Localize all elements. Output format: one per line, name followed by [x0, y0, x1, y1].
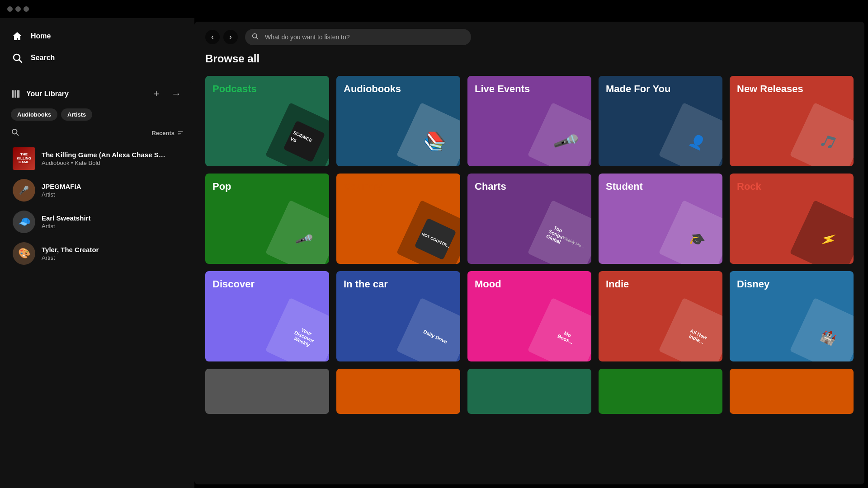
category-new-releases[interactable]: New Releases 🎵 — [730, 76, 854, 166]
category-extra-5[interactable] — [730, 369, 854, 414]
disney-art: 🏰 — [790, 298, 854, 361]
category-extra-1[interactable] — [205, 369, 329, 414]
browse-title: Browse all — [205, 52, 854, 65]
recents-label-text: Recents — [151, 130, 175, 136]
app-layout: Home Search — [0, 18, 868, 488]
tyler-sub: Artist — [42, 254, 182, 261]
svg-rect-3 — [14, 90, 16, 98]
title-bar — [0, 0, 868, 18]
killing-game-sub: Audiobook • Kate Bold — [42, 160, 182, 166]
jpegmafia-info: JPEGMAFIA Artist — [42, 183, 182, 198]
in-the-car-label: In the car — [344, 278, 388, 290]
category-audiobooks[interactable]: Audiobooks 📚 — [336, 76, 460, 166]
search-icon — [11, 52, 24, 64]
killing-game-info: The Killing Game (An Alexa Chase Suspens… — [42, 151, 182, 166]
category-rock[interactable]: Rock ⚡ — [730, 174, 854, 264]
category-disney[interactable]: Disney 🏰 — [730, 271, 854, 361]
library-item-earl[interactable]: 🧢 Earl Sweatshirt Artist — [11, 207, 184, 237]
category-extra-4[interactable] — [599, 369, 722, 414]
podcasts-label: Podcasts — [212, 83, 257, 95]
svg-rect-4 — [17, 90, 20, 98]
jpegmafia-name: JPEGMAFIA — [42, 183, 168, 190]
rock-label: Rock — [737, 181, 761, 192]
search-input-wrapper — [245, 29, 471, 45]
filter-audiobooks[interactable]: Audiobooks — [11, 108, 57, 121]
category-indie[interactable]: Indie All NewIndie... — [599, 271, 722, 361]
category-extra-3[interactable] — [467, 369, 591, 414]
killing-game-name: The Killing Game (An Alexa Chase Suspens… — [42, 151, 168, 159]
dot-maximize — [24, 6, 29, 12]
dot-close — [7, 6, 13, 12]
category-country[interactable]: Country HOT COUNTR... — [336, 174, 460, 264]
tyler-avatar: 🎨 — [13, 242, 35, 265]
pop-label: Pop — [212, 181, 231, 192]
library-label: Your Library — [26, 90, 69, 98]
category-live-events[interactable]: Live Events 🎤 — [467, 76, 591, 166]
home-icon — [11, 30, 24, 42]
recents-sort-button[interactable]: Recents — [151, 130, 184, 136]
indie-art: All NewIndie... — [659, 298, 722, 361]
earl-info: Earl Sweatshirt Artist — [42, 214, 182, 230]
category-student[interactable]: Student 🎓 — [599, 174, 722, 264]
category-charts[interactable]: Charts TopSongsGlobalWeekly Mu... — [467, 174, 591, 264]
search-input-icon — [251, 33, 259, 42]
svg-rect-2 — [12, 90, 14, 98]
jpegmafia-avatar: 🎤 — [13, 179, 35, 202]
jpegmafia-sub: Artist — [42, 191, 182, 198]
sidebar-item-search[interactable]: Search — [11, 47, 184, 69]
library-items: THEKILLINGGAME The Killing Game (An Alex… — [11, 144, 184, 268]
audiobooks-art: 📚 — [396, 103, 460, 166]
mood-art: MoBoos... — [528, 298, 591, 361]
in-the-car-art: Daily Drive — [396, 298, 460, 361]
category-discover[interactable]: Discover YourDiscoverWeekly — [205, 271, 329, 361]
dot-minimize — [15, 6, 21, 12]
category-mood[interactable]: Mood MoBoos... — [467, 271, 591, 361]
svg-rect-12 — [283, 120, 325, 162]
country-label: Country — [344, 181, 382, 192]
sidebar-nav: Home Search — [0, 18, 194, 76]
expand-library-button[interactable]: → — [169, 87, 184, 101]
library-item-jpegmafia[interactable]: 🎤 JPEGMAFIA Artist — [11, 175, 184, 205]
library-search-icon[interactable] — [11, 128, 19, 138]
svg-line-11 — [256, 38, 258, 39]
student-art: 🎓 — [659, 200, 722, 264]
search-input[interactable] — [245, 29, 471, 45]
category-pop[interactable]: Pop 🎤 — [205, 174, 329, 264]
charts-label: Charts — [475, 181, 506, 192]
category-podcasts[interactable]: Podcasts SCIENCE VS — [205, 76, 329, 166]
recents-sort-icon — [177, 130, 184, 136]
library-actions: + → — [149, 87, 184, 101]
sidebar-item-home[interactable]: Home — [11, 25, 184, 47]
country-art: HOT COUNTR... — [396, 200, 460, 264]
sidebar: Home Search — [0, 18, 194, 488]
category-made-for-you[interactable]: Made For You 👤 — [599, 76, 722, 166]
svg-line-1 — [19, 60, 22, 63]
category-extra-2[interactable] — [336, 369, 460, 414]
podcasts-art: SCIENCE VS — [265, 103, 329, 166]
indie-label: Indie — [606, 278, 629, 290]
library-search-bar: Recents — [11, 128, 184, 138]
main-content: ‹ › Browse all Podcasts — [194, 22, 864, 484]
tyler-name: Tyler, The Creator — [42, 246, 168, 253]
live-events-art: 🎤 — [528, 103, 591, 166]
forward-button[interactable]: › — [223, 30, 238, 44]
category-in-the-car[interactable]: In the car Daily Drive — [336, 271, 460, 361]
live-events-label: Live Events — [475, 83, 530, 95]
killing-game-art: THEKILLINGGAME — [13, 147, 35, 170]
back-button[interactable]: ‹ — [205, 30, 220, 44]
library-item-tyler[interactable]: 🎨 Tyler, The Creator Artist — [11, 239, 184, 268]
new-releases-label: New Releases — [737, 83, 803, 95]
mood-label: Mood — [475, 278, 501, 290]
made-for-you-label: Made For You — [606, 83, 670, 95]
add-library-button[interactable]: + — [149, 87, 164, 101]
filter-artists[interactable]: Artists — [61, 108, 92, 121]
library-title: Your Library — [11, 89, 69, 99]
library-item-killing-game[interactable]: THEKILLINGGAME The Killing Game (An Alex… — [11, 144, 184, 174]
tyler-info: Tyler, The Creator Artist — [42, 246, 182, 261]
window-controls — [7, 6, 29, 12]
nav-arrows: ‹ › — [205, 30, 238, 44]
made-for-you-art: 👤 — [659, 103, 722, 166]
student-label: Student — [606, 181, 643, 192]
earl-sub: Artist — [42, 223, 182, 230]
discover-art: YourDiscoverWeekly — [265, 298, 329, 361]
